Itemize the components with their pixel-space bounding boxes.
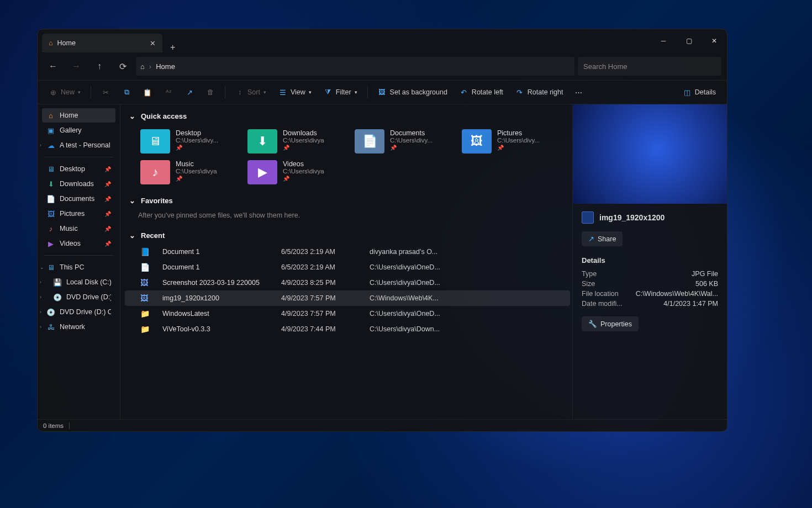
close-tab-button[interactable]: ✕ <box>150 39 156 47</box>
forward-button[interactable]: → <box>66 57 86 76</box>
file-location: C:\Users\divya\OneD... <box>370 279 566 287</box>
detail-row-modified: Date modifi...4/1/2023 1:47 PM <box>582 299 718 309</box>
recent-file-row[interactable]: 🖼 Screenshot 2023-03-19 220005 4/9/2023 … <box>125 275 570 290</box>
delete-button[interactable]: 🗑 <box>201 85 220 99</box>
recent-file-row[interactable]: 📘 Document 1 6/5/2023 2:19 AM divyanka p… <box>125 244 570 260</box>
address-row: ← → ↑ ⟳ ⌂ › Home Search Home <box>38 52 727 80</box>
file-name: Document 1 <box>162 248 281 256</box>
file-date: 6/5/2023 2:19 AM <box>281 263 370 271</box>
plus-circle-icon: ⊕ <box>49 88 57 97</box>
toolbar: ⊕New▾ ✂ ⧉ 📋 ᴬᶻ ↗ 🗑 ↕Sort▾ ☰View▾ ⧩Filter… <box>38 80 727 104</box>
sidebar-item-dvd2[interactable]: ›💿DVD Drive (D:) CCC <box>42 305 115 319</box>
quick-access-item[interactable]: 📄 DocumentsC:\Users\divy...📌 <box>352 127 457 156</box>
new-button[interactable]: ⊕New▾ <box>43 85 86 99</box>
sidebar-item-home[interactable]: ⌂Home <box>42 108 115 123</box>
recent-file-row[interactable]: 🖼 img19_1920x1200 4/9/2023 7:57 PM C:\Wi… <box>125 290 570 306</box>
file-icon: 🖼 <box>140 294 162 303</box>
ellipsis-icon: ⋯ <box>575 88 582 97</box>
file-location: divyanka prasad's O... <box>370 248 566 256</box>
dvd-icon: 💿 <box>46 308 55 316</box>
copy-button[interactable]: ⧉ <box>117 85 136 99</box>
back-button[interactable]: ← <box>43 57 63 76</box>
share-icon: ↗ <box>185 88 194 97</box>
tab-home[interactable]: ⌂ Home ✕ <box>42 34 162 52</box>
pin-icon: 📌 <box>176 145 218 151</box>
picture-icon: 🖼 <box>46 209 55 218</box>
pin-icon: 📌 <box>283 145 324 151</box>
section-favorites[interactable]: ⌄Favorites <box>123 192 572 209</box>
search-input[interactable]: Search Home <box>578 57 721 76</box>
file-location: C:\Users\divya\OneD... <box>370 310 566 318</box>
detail-row-size: Size506 KB <box>582 279 718 289</box>
properties-button[interactable]: 🔧Properties <box>582 316 639 331</box>
scissors-icon: ✂ <box>101 88 110 97</box>
rotate-left-button[interactable]: ↶Rotate left <box>454 85 509 99</box>
sidebar-item-gallery[interactable]: ▣Gallery <box>42 123 115 137</box>
rotate-right-button[interactable]: ↷Rotate right <box>510 85 569 99</box>
maximize-button[interactable]: ▢ <box>676 29 702 52</box>
paste-button[interactable]: 📋 <box>138 85 157 99</box>
rename-button[interactable]: ᴬᶻ <box>159 85 178 99</box>
quick-access-item[interactable]: 🖥 DesktopC:\Users\divy...📌 <box>138 127 243 156</box>
pin-icon: 📌 <box>497 145 540 151</box>
quick-access-item[interactable]: ⬇ DownloadsC:\Users\divya📌 <box>245 127 350 156</box>
file-name: ViVeTool-v0.3.3 <box>162 325 281 333</box>
share-button[interactable]: ↗ <box>180 85 199 99</box>
address-bar[interactable]: ⌂ › Home <box>136 57 574 76</box>
picture-icon: 🖼 <box>378 88 387 97</box>
sidebar-item-music[interactable]: ♪Music📌 <box>42 221 115 236</box>
detail-row-location: File locationC:\Windows\Web\4K\Wal... <box>582 289 718 299</box>
file-thumb-icon <box>582 211 594 224</box>
filter-button[interactable]: ⧩Filter▾ <box>318 85 363 99</box>
qa-name: Music <box>176 160 217 168</box>
filter-icon: ⧩ <box>324 88 333 97</box>
recent-file-row[interactable]: 📁 ViVeTool-v0.3.3 4/9/2023 7:44 PM C:\Us… <box>125 321 570 337</box>
sidebar-item-videos[interactable]: ▶Videos📌 <box>42 236 115 251</box>
quick-access-grid: 🖥 DesktopC:\Users\divy...📌⬇ DownloadsC:\… <box>123 125 572 192</box>
new-tab-button[interactable]: + <box>162 43 183 52</box>
more-button[interactable]: ⋯ <box>570 86 588 99</box>
details-pane-toggle[interactable]: ◫Details <box>677 85 721 99</box>
chevron-down-icon: ▾ <box>263 89 266 95</box>
chevron-right-icon: › <box>40 324 41 330</box>
recent-file-row[interactable]: 📁 WindowsLatest 4/9/2023 7:57 PM C:\User… <box>125 306 570 321</box>
sidebar-item-network[interactable]: ›🖧Network <box>42 320 115 334</box>
quick-access-item[interactable]: ♪ MusicC:\Users\divya📌 <box>138 158 243 187</box>
document-icon: 📄 <box>46 194 55 203</box>
share-file-button[interactable]: ↗Share <box>582 231 623 246</box>
favorites-empty-text: After you've pinned some files, we'll sh… <box>123 209 572 227</box>
sidebar-item-desktop[interactable]: 🖥Desktop📌 <box>42 162 115 176</box>
sidebar-item-downloads[interactable]: ⬇Downloads📌 <box>42 177 115 191</box>
section-recent[interactable]: ⌄Recent <box>123 227 572 244</box>
home-icon: ⌂ <box>49 39 53 47</box>
sidebar-item-pictures[interactable]: 🖼Pictures📌 <box>42 207 115 221</box>
chevron-down-icon: ⌄ <box>129 112 135 120</box>
details-pane: img19_1920x1200 ↗Share Details TypeJPG F… <box>572 104 727 419</box>
sidebar: ⌂Home ▣Gallery ›☁A test - Personal 🖥Desk… <box>38 104 120 419</box>
search-placeholder: Search Home <box>583 62 627 71</box>
section-quick-access[interactable]: ⌄Quick access <box>123 108 572 125</box>
detail-row-type: TypeJPG File <box>582 269 718 279</box>
quick-access-item[interactable]: 🖼 PicturesC:\Users\divy...📌 <box>460 127 565 156</box>
sidebar-item-dvd1[interactable]: ›💿DVD Drive (D:) CC <box>42 290 115 304</box>
view-button[interactable]: ☰View▾ <box>273 85 317 99</box>
refresh-button[interactable]: ⟳ <box>113 57 133 76</box>
sidebar-item-documents[interactable]: 📄Documents📌 <box>42 192 115 206</box>
home-icon: ⌂ <box>140 62 145 71</box>
titlebar: ⌂ Home ✕ + ─ ▢ ✕ <box>38 29 727 52</box>
breadcrumb-location: Home <box>156 62 175 71</box>
sort-button[interactable]: ↕Sort▾ <box>230 85 272 99</box>
quick-access-item[interactable]: ▶ VideosC:\Users\divya📌 <box>245 158 350 187</box>
file-date: 6/5/2023 2:19 AM <box>281 248 370 256</box>
pin-icon: 📌 <box>104 166 111 172</box>
up-button[interactable]: ↑ <box>89 57 109 76</box>
sidebar-item-thispc[interactable]: ⌄🖥This PC <box>42 260 115 274</box>
set-background-button[interactable]: 🖼Set as background <box>372 85 453 99</box>
folder-icon: 🖼 <box>462 129 492 154</box>
close-window-button[interactable]: ✕ <box>702 29 727 52</box>
minimize-button[interactable]: ─ <box>651 29 676 52</box>
cut-button[interactable]: ✂ <box>96 85 115 99</box>
recent-file-row[interactable]: 📄 Document 1 6/5/2023 2:19 AM C:\Users\d… <box>125 260 570 275</box>
sidebar-item-onedrive[interactable]: ›☁A test - Personal <box>42 138 115 152</box>
sidebar-item-localdisk[interactable]: ›💾Local Disk (C:) <box>42 275 115 289</box>
